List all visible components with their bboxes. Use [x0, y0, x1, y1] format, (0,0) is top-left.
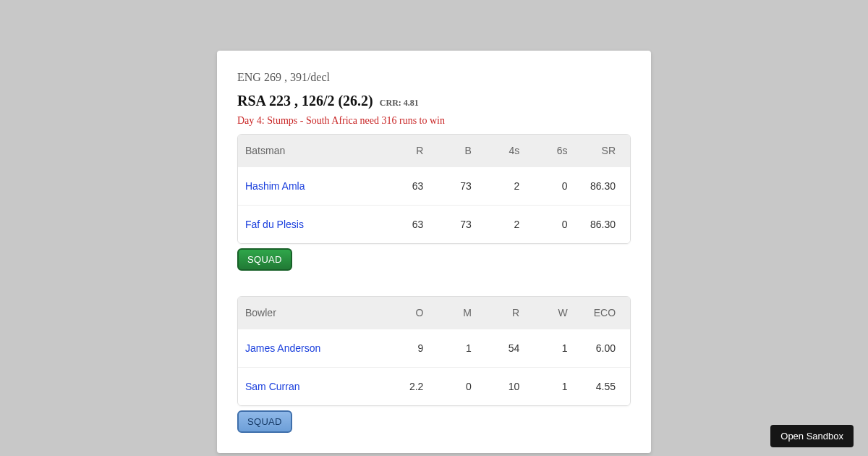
cell-overs: 9: [383, 342, 430, 354]
table-row: Faf du Plesis 63 73 2 0 86.30: [238, 205, 630, 243]
col-sixes: 6s: [527, 145, 574, 156]
col-overs: O: [383, 307, 430, 318]
col-sr: SR: [575, 145, 623, 156]
cell-balls: 73: [430, 180, 478, 192]
cell-eco: 4.55: [575, 381, 623, 392]
col-fours: 4s: [479, 145, 527, 156]
cell-fours: 2: [479, 219, 527, 230]
cell-sr: 86.30: [575, 219, 623, 230]
cell-maidens: 1: [430, 342, 478, 354]
table-row: Sam Curran 2.2 0 10 1 4.55: [238, 367, 630, 405]
cell-maidens: 0: [430, 381, 478, 392]
batting-table: Batsman R B 4s 6s SR Hashim Amla 63 73 2…: [237, 134, 631, 244]
cell-overs: 2.2: [383, 381, 430, 392]
divider: [237, 288, 631, 289]
bowling-header-row: Bowler O M R W ECO: [238, 297, 630, 329]
crr-label: CRR: 4.81: [380, 98, 419, 108]
cell-sixes: 0: [527, 219, 574, 230]
bowler-link[interactable]: James Anderson: [245, 342, 320, 354]
cell-runs: 63: [383, 219, 430, 230]
cell-wickets: 1: [527, 342, 574, 354]
col-runs: R: [383, 145, 430, 156]
cell-sixes: 0: [527, 180, 574, 192]
cell-wickets: 1: [527, 381, 574, 392]
col-runs: R: [479, 307, 527, 318]
cell-runs: 54: [479, 342, 527, 354]
bowling-table: Bowler O M R W ECO James Anderson 9 1 54…: [237, 296, 631, 406]
col-bowler: Bowler: [245, 307, 383, 318]
batting-header-row: Batsman R B 4s 6s SR: [238, 135, 630, 166]
col-batsman: Batsman: [245, 145, 383, 156]
open-sandbox-button[interactable]: Open Sandbox: [770, 425, 854, 447]
batsman-link[interactable]: Faf du Plesis: [245, 219, 304, 230]
cell-balls: 73: [430, 219, 478, 230]
cell-runs: 63: [383, 180, 430, 192]
col-maidens: M: [430, 307, 478, 318]
table-row: Hashim Amla 63 73 2 0 86.30: [238, 166, 630, 205]
opponent-score-line: ENG 269 , 391/decl: [237, 71, 631, 84]
batting-squad-button[interactable]: SQUAD: [237, 248, 292, 271]
scorecard-card: ENG 269 , 391/decl RSA 223 , 126/2 (26.2…: [217, 51, 651, 453]
current-score-line: RSA 223 , 126/2 (26.2) CRR: 4.81: [237, 93, 631, 109]
bowling-squad-button[interactable]: SQUAD: [237, 410, 292, 433]
match-status: Day 4: Stumps - South Africa need 316 ru…: [237, 115, 631, 127]
col-eco: ECO: [575, 307, 623, 318]
cell-fours: 2: [479, 180, 527, 192]
current-score: RSA 223 , 126/2 (26.2): [237, 93, 373, 109]
cell-runs: 10: [479, 381, 527, 392]
batsman-link[interactable]: Hashim Amla: [245, 180, 305, 192]
cell-eco: 6.00: [575, 342, 623, 354]
col-balls: B: [430, 145, 478, 156]
cell-sr: 86.30: [575, 180, 623, 192]
bowler-link[interactable]: Sam Curran: [245, 381, 299, 392]
table-row: James Anderson 9 1 54 1 6.00: [238, 329, 630, 367]
col-wickets: W: [527, 307, 574, 318]
